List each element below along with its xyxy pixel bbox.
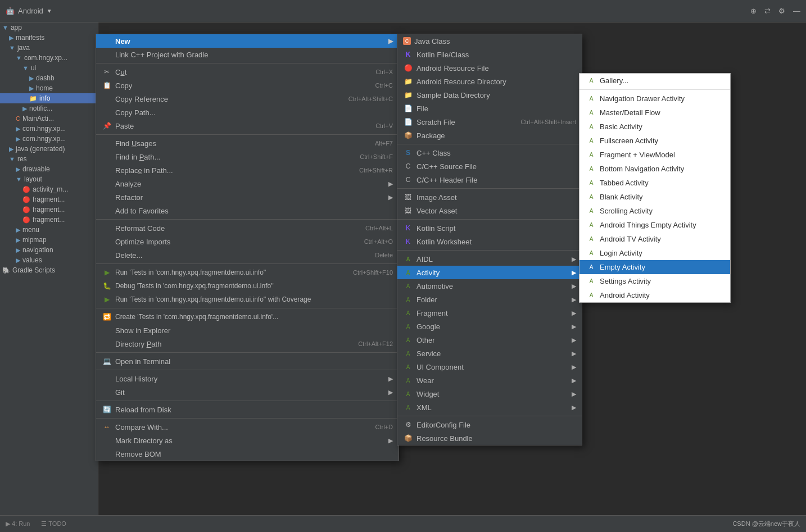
tree-item-values[interactable]: ▶ values — [0, 255, 98, 265]
menu-find-usages[interactable]: Find Usages Alt+F7 — [96, 137, 399, 150]
menu-replace-in-path[interactable]: Replace in Path... Ctrl+Shift+R — [96, 163, 399, 177]
menu-kotlin-script[interactable]: K Kotlin Script — [397, 221, 582, 235]
menu-cpp-source[interactable]: C C/C++ Source File — [397, 160, 582, 173]
tree-item-layout[interactable]: ▼ layout — [0, 174, 98, 184]
menu-copy[interactable]: 📋 Copy Ctrl+C — [96, 79, 399, 92]
menu-copy-path[interactable]: Copy Path... — [96, 106, 399, 119]
menu-ui-component[interactable]: A UI Component ▶ — [397, 360, 582, 374]
tree-item-dashb[interactable]: ▶ dashb — [0, 73, 98, 83]
tree-item-res[interactable]: ▼ res — [0, 154, 98, 164]
menu-directory-path[interactable]: Directory Path Ctrl+Alt+F12 — [96, 337, 399, 351]
menu-wear[interactable]: A Wear ▶ — [397, 374, 582, 387]
tree-item-notific[interactable]: ▶ notific... — [0, 103, 98, 113]
menu-image-asset[interactable]: 🖼 Image Asset — [397, 190, 582, 204]
menu-kotlin-file[interactable]: K Kotlin File/Class — [397, 48, 582, 61]
menu-resource-bundle[interactable]: 📦 Resource Bundle — [397, 431, 582, 445]
menu-settings-activity[interactable]: A Settings Activity — [579, 274, 730, 288]
menu-cpp-header[interactable]: C C/C++ Header File — [397, 173, 582, 187]
menu-run-tests[interactable]: ▶ Run 'Tests in 'com.hngy.xpq.fragmentde… — [96, 266, 399, 279]
tree-item-activity-m[interactable]: 🔴 activity_m... — [0, 184, 98, 194]
tree-item-java-gen[interactable]: ▶ java (generated) — [0, 144, 98, 154]
tree-item-gradle[interactable]: 🐘 Gradle Scripts — [0, 265, 98, 275]
menu-delete[interactable]: Delete... Delete — [96, 248, 399, 262]
minimize-icon[interactable]: — — [793, 7, 800, 15]
menu-service[interactable]: A Service ▶ — [397, 347, 582, 360]
tree-item-java[interactable]: ▼ java — [0, 43, 98, 53]
tree-item-navigation[interactable]: ▶ navigation — [0, 245, 98, 255]
menu-editorconfig[interactable]: ⚙ EditorConfig File — [397, 418, 582, 431]
menu-automotive[interactable]: A Automotive ▶ — [397, 279, 582, 293]
menu-analyze[interactable]: Analyze ▶ — [96, 177, 399, 190]
menu-bottom-nav[interactable]: A Bottom Navigation Activity — [579, 162, 730, 176]
menu-folder[interactable]: A Folder ▶ — [397, 293, 582, 306]
menu-local-history[interactable]: Local History ▶ — [96, 372, 399, 385]
menu-reformat[interactable]: Reformat Code Ctrl+Alt+L — [96, 221, 399, 235]
menu-widget[interactable]: A Widget ▶ — [397, 387, 582, 401]
menu-compare[interactable]: ↔ Compare With... Ctrl+D — [96, 420, 399, 434]
tree-item-fragment3[interactable]: 🔴 fragment... — [0, 215, 98, 225]
menu-scrolling-activity[interactable]: A Scrolling Activity — [579, 204, 730, 218]
menu-cpp-class[interactable]: S C++ Class — [397, 146, 582, 160]
tree-item-home[interactable]: ▶ home — [0, 83, 98, 93]
menu-package[interactable]: 📦 Package — [397, 129, 582, 142]
menu-run-coverage[interactable]: ▶ Run 'Tests in 'com.hngy.xpq.fragmentde… — [96, 293, 399, 306]
menu-mark-dir[interactable]: Mark Directory as ▶ — [96, 434, 399, 447]
menu-refactor[interactable]: Refactor ▶ — [96, 190, 399, 204]
tree-item-ui[interactable]: ▼ ui — [0, 63, 98, 73]
menu-tabbed-activity[interactable]: A Tabbed Activity — [579, 176, 730, 190]
tree-item-com2[interactable]: ▶ com.hngy.xp... — [0, 124, 98, 134]
menu-file[interactable]: 📄 File — [397, 102, 582, 115]
menu-fragment[interactable]: A Fragment ▶ — [397, 306, 582, 320]
menu-login-activity[interactable]: A Login Activity — [579, 246, 730, 260]
menu-android-activity[interactable]: A Android Activity — [579, 288, 730, 302]
menu-other[interactable]: A Other ▶ — [397, 333, 582, 347]
menu-new-header[interactable]: New ▶ — [96, 34, 399, 48]
tree-item-com1[interactable]: ▼ com.hngy.xp... — [0, 53, 98, 63]
tree-item-info[interactable]: 📁 info — [0, 93, 98, 103]
menu-gallery[interactable]: A Gallery... — [579, 74, 730, 88]
menu-find-in-path[interactable]: Find in Path... Ctrl+Shift+F — [96, 150, 399, 163]
menu-remove-bom[interactable]: Remove BOM — [96, 447, 399, 461]
menu-nav-drawer-activity[interactable]: A Navigation Drawer Activity — [579, 92, 730, 106]
menu-basic-activity[interactable]: A Basic Activity — [579, 120, 730, 134]
menu-master-detail[interactable]: A Master/Detail Flow — [579, 106, 730, 120]
menu-show-explorer[interactable]: Show in Explorer — [96, 324, 399, 337]
menu-android-resource-dir[interactable]: 📁 Android Resource Directory — [397, 75, 582, 88]
tree-item-drawable[interactable]: ▶ drawable — [0, 164, 98, 174]
run-tab[interactable]: ▶ 4: Run — [6, 520, 30, 528]
sync-icon[interactable]: ⊕ — [750, 7, 757, 15]
menu-kotlin-worksheet[interactable]: K Kotlin Worksheet — [397, 235, 582, 248]
menu-link-cpp[interactable]: Link C++ Project with Gradle — [96, 48, 399, 61]
menu-vector-asset[interactable]: 🖼 Vector Asset — [397, 204, 582, 217]
menu-sample-data-dir[interactable]: 📁 Sample Data Directory — [397, 88, 582, 102]
menu-fullscreen-activity[interactable]: A Fullscreen Activity — [579, 134, 730, 148]
tree-item-app[interactable]: ▼ app — [0, 22, 98, 33]
menu-optimize-imports[interactable]: Optimize Imports Ctrl+Alt+O — [96, 235, 399, 248]
tree-item-menu[interactable]: ▶ menu — [0, 225, 98, 235]
tree-item-fragment1[interactable]: 🔴 fragment... — [0, 194, 98, 204]
menu-git[interactable]: Git ▶ — [96, 385, 399, 399]
menu-activity[interactable]: A Activity ▶ — [397, 266, 582, 279]
menu-android-resource-file[interactable]: 🔴 Android Resource File — [397, 61, 582, 75]
menu-java-class[interactable]: C Java Class — [397, 34, 582, 48]
menu-aidl[interactable]: A AIDL ▶ — [397, 252, 582, 266]
menu-reload[interactable]: 🔄 Reload from Disk — [96, 403, 399, 416]
menu-blank-activity[interactable]: A Blank Activity — [579, 190, 730, 204]
menu-add-favorites[interactable]: Add to Favorites — [96, 204, 399, 217]
tree-item-fragment2[interactable]: 🔴 fragment... — [0, 204, 98, 215]
todo-tab[interactable]: ☰ TODO — [41, 520, 66, 528]
tree-item-manifests[interactable]: ▶ manifests — [0, 33, 98, 43]
menu-google[interactable]: A Google ▶ — [397, 320, 582, 333]
menu-xml[interactable]: A XML ▶ — [397, 401, 582, 414]
menu-copy-reference[interactable]: Copy Reference Ctrl+Alt+Shift+C — [96, 92, 399, 106]
menu-android-tv[interactable]: A Android TV Activity — [579, 232, 730, 246]
menu-empty-activity[interactable]: A Empty Activity — [579, 260, 730, 274]
tree-item-com3[interactable]: ▶ com.hngy.xp... — [0, 134, 98, 144]
menu-android-things[interactable]: A Android Things Empty Activity — [579, 218, 730, 232]
menu-fragment-viewmodel[interactable]: A Fragment + ViewModel — [579, 148, 730, 162]
settings-icon[interactable]: ⚙ — [778, 7, 785, 15]
menu-cut[interactable]: ✂ Cut Ctrl+X — [96, 65, 399, 79]
menu-scratch-file[interactable]: 📄 Scratch File Ctrl+Alt+Shift+Insert — [397, 115, 582, 129]
menu-debug-tests[interactable]: 🐛 Debug 'Tests in 'com.hngy.xpq.fragment… — [96, 279, 399, 293]
tree-item-mainacti[interactable]: C MainActi... — [0, 113, 98, 124]
